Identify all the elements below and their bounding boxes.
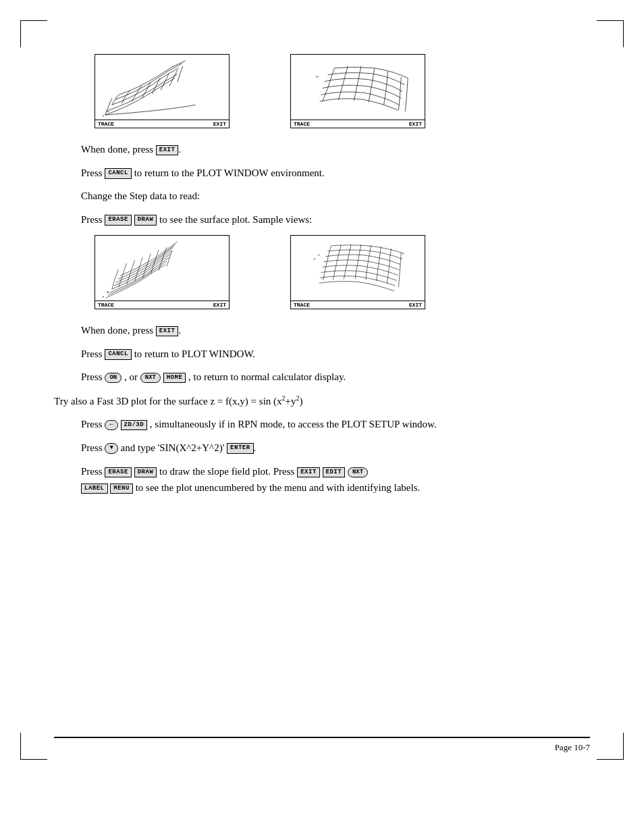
para-try-fast3d: Try also a Fast 3D plot for the surface … — [54, 393, 590, 409]
down-arrow-key: ▼ — [105, 443, 117, 454]
screen-3-label-bar: TRACE EXIT — [95, 301, 229, 309]
screen-box-3: + ↗ TRACE EXIT — [95, 235, 230, 309]
screen-4-label-right: EXIT — [409, 302, 422, 308]
corner-mark-top-left — [20, 20, 47, 47]
para-when-done-2: When done, press EXIT. — [81, 323, 590, 338]
corner-mark-top-right — [597, 20, 624, 47]
screen-4-label-left: TRACE — [294, 302, 310, 308]
para-type-sin: Press ▼ and type 'SIN(X^2+Y^2)' ENTER. — [81, 440, 590, 456]
first-screen-row: + ↗ TRACE EXIT — [95, 54, 590, 128]
screen-box-4: ⌐ ↗ TRACE EXIT — [290, 235, 425, 309]
para-cancl-1: Press CANCL to return to the PLOT WINDOW… — [81, 165, 590, 181]
svg-text:+: + — [107, 109, 109, 114]
para-change-step: Change the Step data to read: — [81, 188, 590, 204]
screen-2-label-left: TRACE — [294, 121, 310, 127]
screen-4-label-bar: TRACE EXIT — [291, 301, 425, 309]
para-plot-setup: Press ← 2D/3D , simultaneously if in RPN… — [81, 417, 590, 432]
label-key: LABEL — [81, 484, 108, 494]
para-erase-draw-1: Press ERASE DRAW to see the surface plot… — [81, 212, 590, 228]
draw-key-2: DRAW — [134, 467, 157, 478]
draw-key-1: DRAW — [134, 215, 157, 226]
edit-key: EDIT — [323, 467, 346, 478]
home-key: HOME — [163, 373, 186, 384]
screen-1-label-left: TRACE — [98, 121, 114, 127]
cancl-key-1: CANCL — [105, 168, 132, 179]
svg-text:↗: ↗ — [102, 294, 105, 298]
screen-1-label-right: EXIT — [213, 121, 226, 127]
para-on-nxt: Press ON , or NXT HOME , to return to no… — [81, 369, 590, 385]
erase-key-2: ERASE — [105, 467, 132, 478]
exit-key-2: EXIT — [156, 326, 179, 337]
corner-mark-bottom-left — [20, 733, 47, 760]
svg-text:↗: ↗ — [313, 256, 316, 261]
screen-box-2: ⌐ TRACE EXIT — [290, 54, 425, 128]
para-slope-field: Press ERASE DRAW to draw the slope field… — [81, 463, 590, 496]
screen-3-label-right: EXIT — [213, 302, 226, 308]
nxt-key: NXT — [140, 373, 161, 384]
menu-key: MENU — [110, 484, 133, 494]
bottom-area: Page 10-7 — [54, 737, 590, 753]
exit-key-1: EXIT — [156, 145, 179, 156]
corner-mark-bottom-right — [597, 733, 624, 760]
enter-key: ENTER — [227, 443, 254, 454]
svg-text:↗: ↗ — [102, 113, 105, 117]
2d3d-key: 2D/3D — [121, 420, 148, 431]
para-cancl-2: Press CANCL to return to PLOT WINDOW. — [81, 346, 590, 362]
page-content: + ↗ TRACE EXIT — [54, 54, 590, 496]
screen-1-label-bar: TRACE EXIT — [95, 120, 229, 128]
bottom-rule — [54, 737, 590, 738]
screen-2-label-bar: TRACE EXIT — [291, 120, 425, 128]
exit-key-3: EXIT — [297, 467, 320, 478]
svg-text:+: + — [107, 290, 109, 295]
on-key: ON — [105, 373, 122, 384]
para-when-done-1: When done, press EXIT. — [81, 142, 590, 157]
screen-2-label-right: EXIT — [409, 121, 422, 127]
erase-key-1: ERASE — [105, 215, 132, 226]
page-number: Page 10-7 — [54, 742, 590, 753]
second-screen-row: + ↗ TRACE EXIT — [95, 235, 590, 309]
nxt-key-2: NXT — [348, 467, 368, 478]
screen-box-1: + ↗ TRACE EXIT — [95, 54, 230, 128]
left-arrow-key: ← — [105, 420, 117, 431]
svg-text:⌐: ⌐ — [318, 253, 321, 257]
screen-3-label-left: TRACE — [98, 302, 114, 308]
cancl-key-2: CANCL — [105, 349, 132, 360]
svg-text:⌐: ⌐ — [316, 74, 319, 80]
